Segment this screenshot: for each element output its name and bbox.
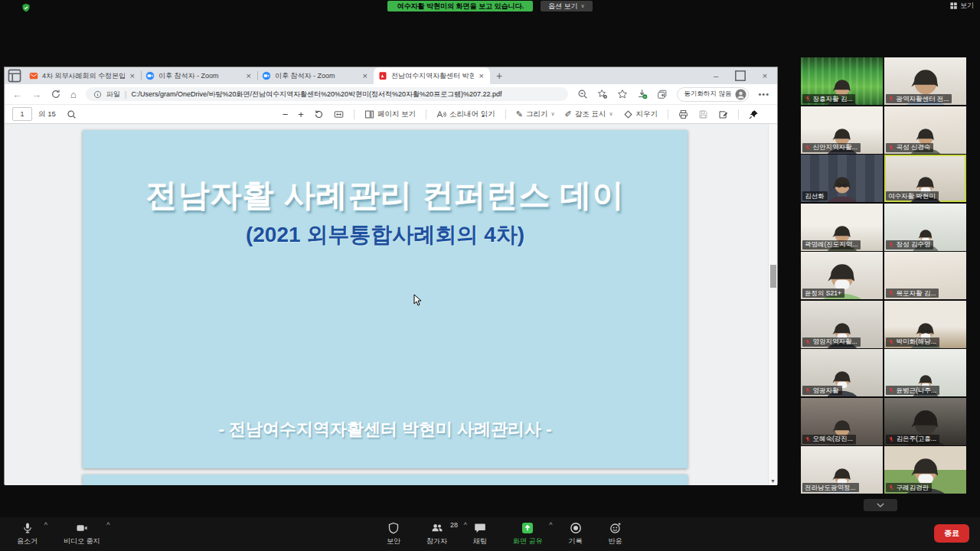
rotate-icon[interactable] (314, 109, 324, 119)
browser-tab[interactable]: 이후 참석자 - Zoom× (141, 67, 257, 84)
tab-close-icon[interactable]: × (361, 71, 369, 80)
chat-button[interactable]: 채팅 (473, 522, 487, 546)
tab-actions-icon[interactable] (5, 67, 24, 84)
video-options-caret-icon[interactable]: ^ (106, 522, 109, 529)
mic-options-caret-icon[interactable]: ^ (44, 522, 47, 529)
back-icon[interactable]: ← (12, 90, 22, 99)
participant-tile[interactable]: 광역자활센터 전... (884, 57, 966, 105)
sync-profile-button[interactable]: 동기화하지 않음 (677, 87, 750, 102)
security-button[interactable]: 보안 (387, 522, 400, 546)
participant-name: 장성 김수영 (897, 240, 931, 249)
chevron-down-icon: ∨ (609, 111, 612, 117)
participant-name: 영암지역자활... (813, 337, 858, 346)
participant-name-label: 윤병근(나주... (886, 386, 939, 395)
save-icon[interactable] (698, 109, 708, 119)
new-tab-button[interactable]: + (490, 67, 508, 84)
favorite-star-icon[interactable] (617, 89, 628, 99)
window-maximize-button[interactable] (728, 67, 753, 84)
mouse-cursor (413, 294, 422, 306)
tab-close-icon[interactable]: × (245, 71, 253, 80)
zoom-out-icon[interactable] (577, 89, 588, 99)
participant-tile[interactable]: 영암지역자활... (801, 301, 883, 348)
home-icon[interactable]: ⌂ (70, 90, 77, 99)
forward-icon[interactable]: → (31, 90, 41, 99)
browser-tab[interactable]: 4차 외부사례회의 수정본입니다× (24, 67, 141, 84)
sync-label: 동기화하지 않음 (684, 90, 732, 99)
pdf-content-area[interactable]: 전남자활 사례관리 컨퍼런스 데이 (2021 외부통합사례회의 4차) - 전… (5, 124, 777, 485)
participant-name: 김은주(고흥... (897, 435, 936, 443)
share-options-caret-icon[interactable]: ^ (549, 522, 552, 529)
zoom-out-button[interactable]: − (283, 109, 289, 120)
participant-name-label: 김은주(고흥... (886, 435, 939, 444)
participants-button[interactable]: 28 ^ 참가자 (426, 522, 447, 546)
participant-tile[interactable]: 곽명례(진도지역... (801, 204, 883, 251)
pin-toolbar-icon[interactable] (749, 109, 759, 119)
downloads-icon[interactable] (637, 89, 648, 99)
read-aloud-button[interactable]: 소리내어 읽기 (436, 109, 495, 119)
participant-tile[interactable]: 김은주(고흥... (884, 398, 966, 445)
print-icon[interactable] (678, 109, 688, 119)
participant-tile[interactable]: 영광자활 (801, 349, 883, 396)
participant-tile[interactable]: 장성 김수영 (884, 204, 966, 251)
address-url: C:/Users/gram/OneDrive/바탕%20화면/전남여수지역자활센… (131, 90, 501, 99)
view-options-button[interactable]: 옵션 보기 ∨ (541, 1, 593, 11)
eraser-icon (623, 109, 633, 119)
tab-close-icon[interactable]: × (478, 71, 485, 80)
collapse-video-strip-button[interactable] (864, 499, 897, 511)
end-meeting-button[interactable]: 종료 (934, 524, 969, 543)
participant-name-label: 곡성 신경숙 (886, 143, 933, 152)
scrollbar-thumb[interactable] (770, 265, 776, 288)
read-aloud-icon (436, 109, 446, 119)
screen-watch-banner: 여수자활 박현미의 화면을 보고 있습니다. (387, 1, 533, 11)
fit-to-width-icon[interactable] (334, 109, 344, 119)
participant-tile[interactable]: 김선화 (801, 155, 883, 202)
participant-name-label: 김선화 (802, 191, 828, 201)
highlight-button[interactable]: ✐ 강조 표시 ∨ (565, 109, 613, 119)
favorites-settings-icon[interactable] (597, 89, 608, 99)
mic-muted-icon (888, 242, 894, 248)
stop-video-button[interactable]: ^ 비디오 중지 (64, 522, 100, 546)
participant-tile[interactable]: 신안지역자활... (801, 106, 883, 154)
refresh-icon[interactable] (51, 89, 61, 99)
record-button[interactable]: 기록 (569, 522, 583, 546)
page-view-button[interactable]: 페이지 보기 (364, 109, 416, 119)
erase-button[interactable]: 지우기 (623, 109, 658, 119)
collections-icon[interactable] (657, 89, 668, 99)
page-total: 의 15 (38, 109, 56, 119)
participant-tile[interactable]: 목포자활 김... (884, 252, 966, 299)
participant-tile[interactable]: 윤병근(나주... (884, 349, 966, 396)
participants-caret-icon[interactable]: ^ (464, 522, 467, 529)
save-as-icon[interactable] (718, 109, 728, 119)
participant-tile[interactable]: 여수자활 박현미 (884, 155, 966, 202)
participant-name-label: 목포자활 김... (886, 289, 939, 298)
search-icon[interactable] (67, 109, 77, 119)
window-minimize-button[interactable]: – (704, 67, 728, 84)
reactions-button[interactable]: 반응 (609, 522, 622, 546)
participant-tile[interactable]: 장흥자활 김... (801, 57, 883, 105)
browser-tab[interactable]: 이후 참석자 - Zoom× (257, 67, 374, 84)
participant-tile[interactable]: 오혜숙(강진... (801, 398, 883, 445)
participant-name: 구례김경란 (897, 484, 929, 492)
participant-tile[interactable]: 박미화(해남... (884, 301, 966, 348)
mic-muted-icon (805, 145, 811, 151)
address-field[interactable]: 파일 | C:/Users/gram/OneDrive/바탕%20화면/전남여수… (86, 87, 568, 101)
scroll-down-arrow-icon[interactable]: ▼ (769, 478, 777, 484)
browser-tab[interactable]: 전남여수지역자활센터 박현미(정× (374, 67, 490, 84)
participant-tile[interactable]: 곡성 신경숙 (884, 106, 966, 154)
browser-menu-icon[interactable]: ••• (758, 90, 769, 99)
zoom-in-button[interactable]: + (298, 109, 304, 120)
pdf-scrollbar[interactable]: ▼ (768, 124, 777, 485)
mute-button[interactable]: ^ 음소거 (17, 522, 38, 546)
page-number-input[interactable] (12, 107, 32, 121)
draw-button[interactable]: ✎ 그리기 ∨ (516, 109, 555, 119)
share-screen-button[interactable]: ^ 화면 공유 (513, 522, 543, 546)
participant-tile[interactable]: 전라남도광역정... (801, 446, 883, 494)
participant-tile[interactable]: 윤정의 S21+ (801, 252, 883, 299)
view-button[interactable]: 보기 (949, 1, 974, 11)
window-close-button[interactable]: × (753, 67, 777, 84)
participant-name-label: 신안지역자활... (802, 143, 861, 152)
participant-video-grid: 장흥자활 김...광역자활센터 전...신안지역자활...곡성 신경숙김선화여수… (801, 57, 966, 494)
participant-tile[interactable]: 구례김경란 (884, 446, 966, 494)
tab-close-icon[interactable]: × (129, 71, 136, 80)
info-icon[interactable] (93, 90, 102, 99)
